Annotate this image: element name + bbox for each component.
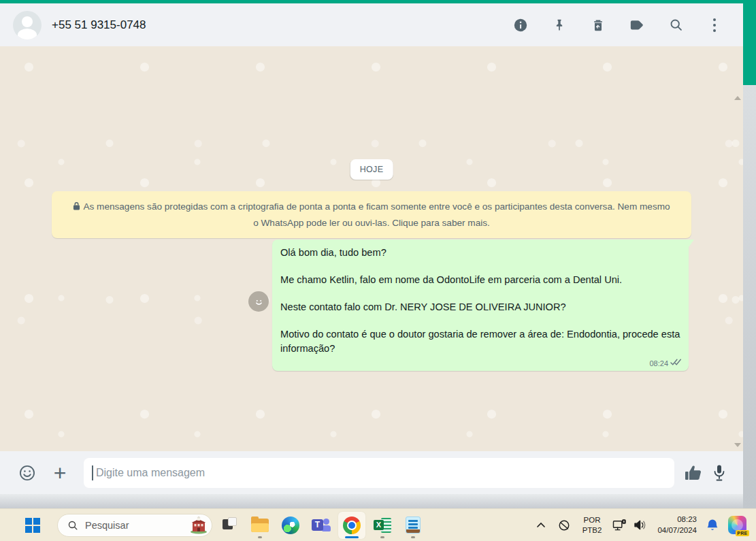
encryption-notice[interactable]: As mensagens são protegidas com a cripto… (52, 191, 691, 238)
window-bottom-edge (0, 494, 756, 508)
tray-date: 04/07/2024 (657, 525, 697, 536)
windows-taskbar: Pesquisar T (0, 508, 756, 541)
search-highlight-building-icon[interactable] (189, 517, 208, 534)
message-meta: 08:24 (649, 359, 682, 367)
delivered-checkmarks-icon (670, 359, 682, 367)
search-placeholder-text: Pesquisar (85, 520, 129, 531)
taskbar-search[interactable]: Pesquisar (57, 514, 212, 537)
language-indicator[interactable]: POR PTB2 (582, 515, 602, 536)
right-accent-strip (743, 0, 756, 85)
emoji-picker-icon[interactable] (18, 464, 36, 482)
message-bubble: Olá bom dia, tudo bem? Me chamo Ketlin, … (272, 240, 689, 371)
encryption-notice-text: As mensagens são protegidas com a cripto… (83, 201, 670, 228)
notepad-button[interactable] (399, 512, 427, 539)
tray-time: 08:23 (657, 514, 697, 525)
thumbs-up-icon[interactable] (685, 465, 702, 481)
copilot-icon[interactable]: PRE (728, 516, 746, 534)
do-not-disturb-icon[interactable] (558, 519, 570, 531)
scrollbar-up-arrow[interactable] (734, 96, 741, 100)
chat-header: +55 51 9315-0748 (0, 3, 743, 46)
message-input[interactable] (84, 458, 674, 488)
excel-icon: X (374, 517, 391, 534)
copilot-pre-badge: PRE (736, 530, 749, 536)
clock-date[interactable]: 08:23 04/07/2024 (657, 514, 697, 536)
right-edge-strip (743, 85, 756, 508)
top-accent-bar (0, 0, 756, 3)
pin-icon[interactable] (551, 17, 568, 33)
edge-icon (282, 517, 299, 534)
task-view-button[interactable] (216, 512, 243, 539)
message-paragraph: Neste contato falo com Dr. NERY JOSE DE … (280, 300, 680, 314)
system-tray: POR PTB2 08:23 04/07/2024 PRE (536, 514, 751, 536)
bubble-tail (689, 240, 694, 247)
file-explorer-icon (251, 519, 269, 532)
speaker-icon[interactable] (634, 519, 648, 531)
contact-avatar[interactable] (13, 11, 42, 39)
label-icon[interactable] (629, 17, 645, 33)
contact-phone-title[interactable]: +55 51 9315-0748 (52, 18, 146, 32)
screen: +55 51 9315-0748 HOJE As m (0, 0, 756, 541)
lock-icon (73, 199, 80, 215)
network-icon[interactable] (612, 519, 627, 531)
notepad-icon (406, 517, 421, 534)
windows-logo-icon (25, 518, 40, 533)
chat-header-actions (512, 17, 723, 33)
info-icon[interactable] (512, 17, 529, 33)
message-composer: + (0, 451, 743, 494)
notification-bell-icon[interactable] (706, 519, 719, 532)
teams-icon: T (312, 517, 331, 534)
attach-plus-icon[interactable]: + (50, 464, 69, 482)
search-icon[interactable] (668, 17, 684, 33)
search-magnifier-icon (67, 520, 78, 531)
file-explorer-button[interactable] (246, 512, 274, 539)
delete-chat-icon[interactable] (590, 17, 606, 33)
text-caret (92, 465, 93, 480)
outgoing-message-row: Olá bom dia, tudo bem? Me chamo Ketlin, … (272, 240, 689, 371)
chrome-icon (343, 517, 361, 534)
message-input-wrap (84, 458, 674, 488)
message-paragraph: Motivo do contato é que o doutor gostari… (280, 327, 680, 356)
message-paragraph: Me chamo Ketlin, falo em nome da OdontoL… (280, 273, 680, 287)
excel-button[interactable]: X (369, 512, 396, 539)
microphone-icon[interactable] (713, 464, 725, 482)
date-divider: HOJE (350, 159, 393, 180)
scrollbar-down-arrow[interactable] (734, 443, 741, 447)
chat-scroll-area[interactable]: HOJE As mensagens são protegidas com a c… (0, 46, 743, 451)
tray-chevron-icon[interactable] (536, 522, 546, 528)
message-paragraph: Olá bom dia, tudo bem? (280, 246, 680, 260)
react-emoji-button[interactable] (248, 291, 269, 312)
edge-button[interactable] (277, 512, 304, 539)
message-time: 08:24 (649, 359, 668, 367)
menu-kebab-icon[interactable] (706, 17, 723, 33)
start-button[interactable] (19, 512, 46, 539)
teams-button[interactable]: T (308, 512, 335, 539)
chrome-button[interactable] (338, 512, 365, 539)
